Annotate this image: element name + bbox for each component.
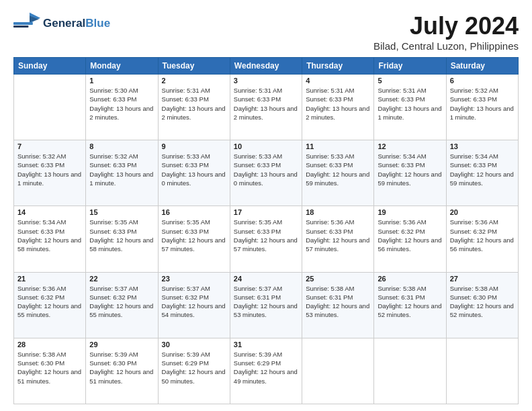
- calendar-week-row: 28Sunrise: 5:38 AMSunset: 6:30 PMDayligh…: [14, 338, 519, 404]
- day-number: 6: [450, 77, 515, 85]
- day-number: 29: [89, 340, 154, 349]
- table-cell: 15Sunrise: 5:35 AMSunset: 6:33 PMDayligh…: [86, 206, 158, 272]
- day-number: 31: [234, 340, 298, 349]
- col-friday: Friday: [374, 58, 446, 75]
- day-number: 4: [306, 77, 370, 85]
- calendar-week-row: 7Sunrise: 5:32 AMSunset: 6:33 PMDaylight…: [14, 140, 519, 206]
- day-number: 23: [162, 275, 226, 283]
- day-info: Sunrise: 5:31 AMSunset: 6:33 PMDaylight:…: [306, 86, 370, 122]
- day-number: 16: [162, 208, 226, 216]
- table-cell: 13Sunrise: 5:34 AMSunset: 6:33 PMDayligh…: [446, 140, 518, 206]
- day-number: 22: [89, 275, 154, 283]
- table-cell: 11Sunrise: 5:33 AMSunset: 6:33 PMDayligh…: [302, 140, 374, 206]
- day-number: 13: [450, 142, 515, 150]
- title-block: July 2024 Bilad, Central Luzon, Philippi…: [373, 12, 519, 52]
- table-cell: 3Sunrise: 5:31 AMSunset: 6:33 PMDaylight…: [230, 75, 302, 140]
- table-cell: 18Sunrise: 5:36 AMSunset: 6:33 PMDayligh…: [302, 206, 374, 272]
- day-info: Sunrise: 5:32 AMSunset: 6:33 PMDaylight:…: [450, 86, 515, 122]
- table-cell: 10Sunrise: 5:33 AMSunset: 6:33 PMDayligh…: [230, 140, 302, 206]
- day-info: Sunrise: 5:30 AMSunset: 6:33 PMDaylight:…: [89, 86, 154, 122]
- day-info: Sunrise: 5:37 AMSunset: 6:32 PMDaylight:…: [89, 284, 154, 320]
- day-number: 20: [450, 208, 515, 216]
- day-number: 17: [234, 208, 298, 216]
- day-info: Sunrise: 5:36 AMSunset: 6:32 PMDaylight:…: [17, 284, 82, 320]
- calendar-header-row: Sunday Monday Tuesday Wednesday Thursday…: [14, 58, 519, 75]
- table-cell: 8Sunrise: 5:32 AMSunset: 6:33 PMDaylight…: [86, 140, 158, 206]
- calendar-week-row: 21Sunrise: 5:36 AMSunset: 6:32 PMDayligh…: [14, 272, 519, 338]
- svg-rect-3: [13, 26, 28, 28]
- header: GeneralBlue July 2024 Bilad, Central Luz…: [13, 12, 519, 52]
- main-title: July 2024: [373, 12, 519, 40]
- day-number: 25: [306, 275, 370, 283]
- day-info: Sunrise: 5:38 AMSunset: 6:30 PMDaylight:…: [450, 284, 515, 320]
- calendar-week-row: 1Sunrise: 5:30 AMSunset: 6:33 PMDaylight…: [14, 75, 519, 140]
- day-info: Sunrise: 5:31 AMSunset: 6:33 PMDaylight:…: [162, 86, 226, 122]
- day-info: Sunrise: 5:37 AMSunset: 6:31 PMDaylight:…: [234, 284, 298, 320]
- logo-general: General: [43, 17, 85, 30]
- day-info: Sunrise: 5:34 AMSunset: 6:33 PMDaylight:…: [17, 218, 82, 253]
- table-cell: [374, 338, 446, 404]
- table-cell: [302, 338, 374, 404]
- col-monday: Monday: [86, 58, 158, 75]
- day-info: Sunrise: 5:31 AMSunset: 6:33 PMDaylight:…: [234, 86, 298, 122]
- table-cell: 2Sunrise: 5:31 AMSunset: 6:33 PMDaylight…: [158, 75, 230, 140]
- table-cell: [446, 338, 518, 404]
- day-info: Sunrise: 5:35 AMSunset: 6:33 PMDaylight:…: [234, 218, 298, 253]
- day-number: 3: [234, 77, 298, 85]
- day-number: 1: [89, 77, 154, 85]
- day-info: Sunrise: 5:33 AMSunset: 6:33 PMDaylight:…: [162, 152, 226, 187]
- day-number: 21: [17, 275, 82, 283]
- day-info: Sunrise: 5:38 AMSunset: 6:31 PMDaylight:…: [306, 284, 370, 320]
- day-number: 5: [378, 77, 442, 85]
- logo-icon: [13, 12, 40, 36]
- table-cell: 21Sunrise: 5:36 AMSunset: 6:32 PMDayligh…: [14, 272, 86, 338]
- calendar-table: Sunday Monday Tuesday Wednesday Thursday…: [13, 57, 519, 404]
- day-info: Sunrise: 5:33 AMSunset: 6:33 PMDaylight:…: [306, 152, 370, 187]
- day-info: Sunrise: 5:36 AMSunset: 6:32 PMDaylight:…: [450, 218, 515, 253]
- day-info: Sunrise: 5:36 AMSunset: 6:33 PMDaylight:…: [306, 218, 370, 253]
- subtitle: Bilad, Central Luzon, Philippines: [373, 40, 519, 52]
- day-number: 11: [306, 142, 370, 150]
- day-info: Sunrise: 5:32 AMSunset: 6:33 PMDaylight:…: [17, 152, 82, 187]
- col-tuesday: Tuesday: [158, 58, 230, 75]
- table-cell: 1Sunrise: 5:30 AMSunset: 6:33 PMDaylight…: [86, 75, 158, 140]
- day-number: 24: [234, 275, 298, 283]
- day-number: 2: [162, 77, 226, 85]
- day-number: 12: [378, 142, 442, 150]
- day-info: Sunrise: 5:36 AMSunset: 6:32 PMDaylight:…: [378, 218, 442, 253]
- table-cell: 4Sunrise: 5:31 AMSunset: 6:33 PMDaylight…: [302, 75, 374, 140]
- day-number: 15: [89, 208, 154, 216]
- table-cell: 7Sunrise: 5:32 AMSunset: 6:33 PMDaylight…: [14, 140, 86, 206]
- day-info: Sunrise: 5:32 AMSunset: 6:33 PMDaylight:…: [89, 152, 154, 187]
- day-number: 10: [234, 142, 298, 150]
- table-cell: 31Sunrise: 5:39 AMSunset: 6:29 PMDayligh…: [230, 338, 302, 404]
- table-cell: 12Sunrise: 5:34 AMSunset: 6:33 PMDayligh…: [374, 140, 446, 206]
- table-cell: 9Sunrise: 5:33 AMSunset: 6:33 PMDaylight…: [158, 140, 230, 206]
- table-cell: 30Sunrise: 5:39 AMSunset: 6:29 PMDayligh…: [158, 338, 230, 404]
- table-cell: 28Sunrise: 5:38 AMSunset: 6:30 PMDayligh…: [14, 338, 86, 404]
- calendar-week-row: 14Sunrise: 5:34 AMSunset: 6:33 PMDayligh…: [14, 206, 519, 272]
- table-cell: 22Sunrise: 5:37 AMSunset: 6:32 PMDayligh…: [86, 272, 158, 338]
- day-info: Sunrise: 5:35 AMSunset: 6:33 PMDaylight:…: [89, 218, 154, 253]
- logo-text-block: GeneralBlue: [43, 17, 110, 30]
- page: GeneralBlue July 2024 Bilad, Central Luz…: [0, 0, 532, 411]
- day-number: 7: [17, 142, 82, 150]
- day-info: Sunrise: 5:34 AMSunset: 6:33 PMDaylight:…: [378, 152, 442, 187]
- table-cell: 17Sunrise: 5:35 AMSunset: 6:33 PMDayligh…: [230, 206, 302, 272]
- table-cell: 24Sunrise: 5:37 AMSunset: 6:31 PMDayligh…: [230, 272, 302, 338]
- day-number: 9: [162, 142, 226, 150]
- table-cell: 14Sunrise: 5:34 AMSunset: 6:33 PMDayligh…: [14, 206, 86, 272]
- day-number: 28: [17, 340, 82, 349]
- col-thursday: Thursday: [302, 58, 374, 75]
- table-cell: 27Sunrise: 5:38 AMSunset: 6:30 PMDayligh…: [446, 272, 518, 338]
- day-number: 27: [450, 275, 515, 283]
- table-cell: 16Sunrise: 5:35 AMSunset: 6:33 PMDayligh…: [158, 206, 230, 272]
- day-info: Sunrise: 5:39 AMSunset: 6:29 PMDaylight:…: [234, 350, 298, 385]
- day-info: Sunrise: 5:39 AMSunset: 6:30 PMDaylight:…: [89, 350, 154, 385]
- table-cell: 19Sunrise: 5:36 AMSunset: 6:32 PMDayligh…: [374, 206, 446, 272]
- day-number: 18: [306, 208, 370, 216]
- col-saturday: Saturday: [446, 58, 518, 75]
- table-cell: 29Sunrise: 5:39 AMSunset: 6:30 PMDayligh…: [86, 338, 158, 404]
- day-info: Sunrise: 5:35 AMSunset: 6:33 PMDaylight:…: [162, 218, 226, 253]
- table-cell: 23Sunrise: 5:37 AMSunset: 6:32 PMDayligh…: [158, 272, 230, 338]
